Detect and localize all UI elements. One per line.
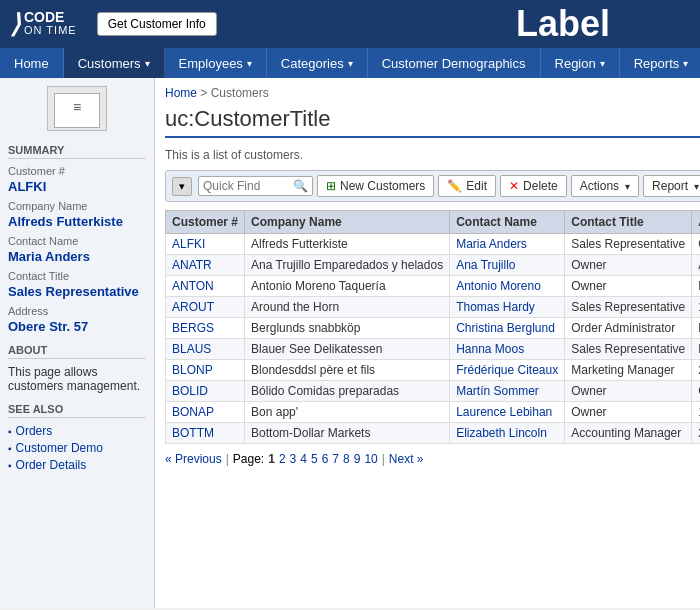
see-also-customer-demo[interactable]: Customer Demo	[8, 441, 146, 455]
contact-title-cell: Sales Representative	[565, 297, 692, 318]
sidebar-customer-num-value: ALFKI	[8, 179, 146, 194]
filter-dropdown-button[interactable]: ▾	[172, 177, 192, 196]
table-header-row: Customer # Company Name Contact Name Con…	[166, 211, 701, 234]
contact-name-cell[interactable]: Maria Anders	[450, 234, 565, 255]
contact-name-cell[interactable]: Hanna Moos	[450, 339, 565, 360]
page-5-link[interactable]: 5	[311, 452, 318, 466]
delete-button[interactable]: ✕ Delete	[500, 175, 567, 197]
contact-name-cell[interactable]: Thomas Hardy	[450, 297, 565, 318]
contact-name-cell[interactable]: Antonio Moreno	[450, 276, 565, 297]
breadcrumb-customers: Customers	[211, 86, 269, 100]
contact-title-cell: Owner	[565, 255, 692, 276]
nav-customer-demographics[interactable]: Customer Demographics	[368, 48, 541, 78]
see-also-order-details[interactable]: Order Details	[8, 458, 146, 472]
customer-num-cell[interactable]: ANATR	[166, 255, 245, 276]
customers-table: Customer # Company Name Contact Name Con…	[165, 210, 700, 444]
nav-categories[interactable]: Categories ▾	[267, 48, 368, 78]
search-box: 🔍	[198, 176, 313, 196]
customer-num-cell[interactable]: ANTON	[166, 276, 245, 297]
about-section-title: ABOUT	[8, 344, 146, 359]
page-6-link[interactable]: 6	[322, 452, 329, 466]
contact-name-cell[interactable]: Christina Berglund	[450, 318, 565, 339]
contact-title-cell: Owner	[565, 276, 692, 297]
logo-wing-icon: ⟩	[10, 11, 20, 37]
search-input[interactable]	[203, 179, 293, 193]
about-text: This page allows customers management.	[8, 365, 146, 393]
table-row: BOTTM Bottom-Dollar Markets Elizabeth Li…	[166, 423, 701, 444]
page-2-link[interactable]: 2	[279, 452, 286, 466]
address-cell: 120 Hano	[692, 297, 700, 318]
list-description: This is a list of customers.	[165, 148, 700, 162]
report-button[interactable]: Report ▾	[643, 175, 700, 197]
page-title: uc:CustomerTitle	[165, 106, 700, 138]
contact-title-cell: Owner	[565, 381, 692, 402]
page-10-link[interactable]: 10	[364, 452, 377, 466]
contact-title-cell: Marketing Manager	[565, 360, 692, 381]
contact-title-cell: Order Administrator	[565, 318, 692, 339]
page-7-link[interactable]: 7	[332, 452, 339, 466]
customer-num-cell[interactable]: AROUT	[166, 297, 245, 318]
contact-name-cell[interactable]: Frédérique Citeaux	[450, 360, 565, 381]
customer-num-cell[interactable]: BOTTM	[166, 423, 245, 444]
chevron-down-icon: ▾	[145, 58, 150, 69]
next-page-link[interactable]: Next »	[389, 452, 424, 466]
customer-num-cell[interactable]: BONAP	[166, 402, 245, 423]
see-also-orders[interactable]: Orders	[8, 424, 146, 438]
customer-num-cell[interactable]: BERGS	[166, 318, 245, 339]
header-label: Label	[516, 3, 610, 45]
page-label: Page:	[233, 452, 264, 466]
page-8-link[interactable]: 8	[343, 452, 350, 466]
col-contact-name: Contact Name	[450, 211, 565, 234]
contact-title-cell: Owner	[565, 402, 692, 423]
nav-home[interactable]: Home	[0, 48, 64, 78]
chevron-down-icon: ▾	[683, 58, 688, 69]
contact-name-cell[interactable]: Martín Sommer	[450, 381, 565, 402]
search-icon: 🔍	[293, 179, 308, 193]
customer-num-cell[interactable]: BLONP	[166, 360, 245, 381]
actions-button[interactable]: Actions ▾	[571, 175, 639, 197]
customer-num-cell[interactable]: ALFKI	[166, 234, 245, 255]
table-row: BERGS Berglunds snabbköp Christina Bergl…	[166, 318, 701, 339]
nav-employees[interactable]: Employees ▾	[165, 48, 267, 78]
customer-num-cell[interactable]: BLAUS	[166, 339, 245, 360]
prev-page-link[interactable]: « Previous	[165, 452, 222, 466]
edit-button[interactable]: ✏️ Edit	[438, 175, 496, 197]
customer-num-cell[interactable]: BOLID	[166, 381, 245, 402]
get-customer-button[interactable]: Get Customer Info	[97, 12, 217, 36]
sidebar-company-label: Company Name	[8, 200, 146, 212]
contact-name-cell[interactable]: Laurence Lebihan	[450, 402, 565, 423]
nav-region[interactable]: Region ▾	[541, 48, 620, 78]
company-name-cell: Alfreds Futterkiste	[245, 234, 450, 255]
table-row: ANATR Ana Trujillo Emparedados y helados…	[166, 255, 701, 276]
page-3-link[interactable]: 3	[290, 452, 297, 466]
address-cell: Avda. de	[692, 255, 700, 276]
table-row: BLONP Blondesddsl père et fils Frédériqu…	[166, 360, 701, 381]
breadcrumb: Home > Customers	[165, 86, 700, 100]
new-customers-button[interactable]: ⊞ New Customers	[317, 175, 434, 197]
delete-icon: ✕	[509, 179, 519, 193]
logo-line2: ON TIME	[24, 24, 77, 36]
nav-reports[interactable]: Reports ▾	[620, 48, 700, 78]
logo: ⟩ CODE ON TIME	[10, 10, 77, 37]
sidebar-address-label: Address	[8, 305, 146, 317]
sidebar-company-value: Alfreds Futterkiste	[8, 214, 146, 229]
page-9-link[interactable]: 9	[354, 452, 361, 466]
sidebar-title-value: Sales Representative	[8, 284, 146, 299]
breadcrumb-home[interactable]: Home	[165, 86, 197, 100]
nav-customers[interactable]: Customers ▾	[64, 48, 165, 78]
table-row: ANTON Antonio Moreno Taquería Antonio Mo…	[166, 276, 701, 297]
page-4-link[interactable]: 4	[300, 452, 307, 466]
address-cell: Matadero	[692, 276, 700, 297]
company-name-cell: Ana Trujillo Emparedados y helados	[245, 255, 450, 276]
page-1-link[interactable]: 1	[268, 452, 275, 466]
summary-section-title: SUMMARY	[8, 144, 146, 159]
contact-name-cell[interactable]: Ana Trujillo	[450, 255, 565, 276]
sidebar-icon	[8, 86, 146, 134]
edit-icon: ✏️	[447, 179, 462, 193]
contact-name-cell[interactable]: Elizabeth Lincoln	[450, 423, 565, 444]
chevron-down-icon: ▾	[348, 58, 353, 69]
table-row: BOLID Bólido Comidas preparadas Martín S…	[166, 381, 701, 402]
see-also-section-title: SEE ALSO	[8, 403, 146, 418]
address-cell: 23 Tsawa	[692, 423, 700, 444]
col-address: Address	[692, 211, 700, 234]
